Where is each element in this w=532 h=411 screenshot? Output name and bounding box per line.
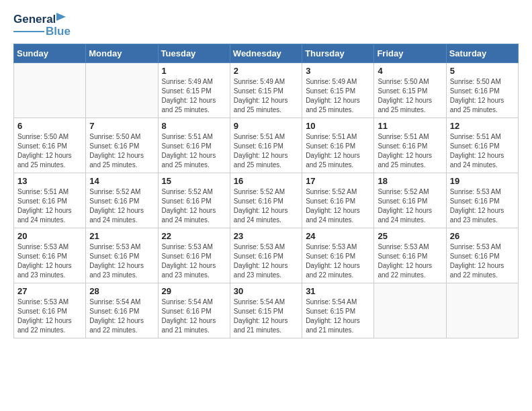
day-number: 13 bbox=[17, 176, 82, 186]
calendar-week-row-2: 6Sunrise: 5:50 AMSunset: 6:16 PMDaylight… bbox=[14, 118, 519, 173]
header-wednesday: Wednesday bbox=[230, 44, 302, 63]
day-number: 7 bbox=[89, 121, 154, 131]
calendar-cell bbox=[446, 283, 518, 338]
calendar-header-row: Sunday Monday Tuesday Wednesday Thursday… bbox=[14, 44, 519, 63]
logo: General Blue bbox=[13, 12, 71, 37]
logo-blue-text: Blue bbox=[46, 26, 71, 37]
cell-info: Sunrise: 5:52 AMSunset: 6:16 PMDaylight:… bbox=[306, 188, 360, 224]
day-number: 14 bbox=[89, 176, 154, 186]
cell-info: Sunrise: 5:52 AMSunset: 6:16 PMDaylight:… bbox=[162, 188, 216, 224]
day-number: 2 bbox=[234, 66, 298, 76]
cell-info: Sunrise: 5:53 AMSunset: 6:16 PMDaylight:… bbox=[17, 243, 72, 279]
day-number: 21 bbox=[89, 231, 154, 241]
cell-info: Sunrise: 5:51 AMSunset: 6:16 PMDaylight:… bbox=[450, 133, 504, 169]
calendar-cell: 27Sunrise: 5:53 AMSunset: 6:16 PMDayligh… bbox=[14, 283, 86, 338]
calendar-cell: 21Sunrise: 5:53 AMSunset: 6:16 PMDayligh… bbox=[86, 228, 158, 283]
calendar-cell: 30Sunrise: 5:54 AMSunset: 6:15 PMDayligh… bbox=[230, 283, 302, 338]
calendar-cell: 20Sunrise: 5:53 AMSunset: 6:16 PMDayligh… bbox=[14, 228, 86, 283]
calendar-cell: 29Sunrise: 5:54 AMSunset: 6:16 PMDayligh… bbox=[158, 283, 230, 338]
cell-info: Sunrise: 5:54 AMSunset: 6:16 PMDaylight:… bbox=[89, 298, 144, 334]
cell-info: Sunrise: 5:50 AMSunset: 6:16 PMDaylight:… bbox=[17, 133, 72, 169]
calendar-cell: 24Sunrise: 5:53 AMSunset: 6:16 PMDayligh… bbox=[302, 228, 374, 283]
day-number: 26 bbox=[450, 231, 515, 241]
header-thursday: Thursday bbox=[302, 44, 374, 63]
cell-info: Sunrise: 5:53 AMSunset: 6:16 PMDaylight:… bbox=[378, 243, 432, 279]
day-number: 19 bbox=[450, 176, 515, 186]
calendar-week-row-1: 1Sunrise: 5:49 AMSunset: 6:15 PMDaylight… bbox=[14, 63, 519, 118]
svg-marker-0 bbox=[56, 13, 66, 21]
cell-info: Sunrise: 5:50 AMSunset: 6:16 PMDaylight:… bbox=[450, 78, 504, 113]
day-number: 23 bbox=[234, 231, 298, 241]
day-number: 8 bbox=[162, 121, 226, 131]
cell-info: Sunrise: 5:53 AMSunset: 6:16 PMDaylight:… bbox=[89, 243, 144, 279]
calendar-cell: 10Sunrise: 5:51 AMSunset: 6:16 PMDayligh… bbox=[302, 118, 374, 173]
calendar-cell: 8Sunrise: 5:51 AMSunset: 6:16 PMDaylight… bbox=[158, 118, 230, 173]
day-number: 28 bbox=[89, 286, 154, 296]
day-number: 20 bbox=[17, 231, 82, 241]
calendar-cell: 5Sunrise: 5:50 AMSunset: 6:16 PMDaylight… bbox=[446, 63, 518, 118]
calendar-cell: 9Sunrise: 5:51 AMSunset: 6:16 PMDaylight… bbox=[230, 118, 302, 173]
calendar-cell: 11Sunrise: 5:51 AMSunset: 6:16 PMDayligh… bbox=[374, 118, 446, 173]
cell-info: Sunrise: 5:53 AMSunset: 6:16 PMDaylight:… bbox=[234, 243, 288, 279]
day-number: 22 bbox=[162, 231, 226, 241]
day-number: 15 bbox=[162, 176, 226, 186]
calendar-week-row-3: 13Sunrise: 5:51 AMSunset: 6:16 PMDayligh… bbox=[14, 173, 519, 228]
cell-info: Sunrise: 5:49 AMSunset: 6:15 PMDaylight:… bbox=[234, 78, 288, 113]
calendar-cell: 18Sunrise: 5:52 AMSunset: 6:16 PMDayligh… bbox=[374, 173, 446, 228]
calendar-cell: 14Sunrise: 5:52 AMSunset: 6:16 PMDayligh… bbox=[86, 173, 158, 228]
cell-info: Sunrise: 5:54 AMSunset: 6:15 PMDaylight:… bbox=[234, 298, 288, 334]
calendar-cell: 23Sunrise: 5:53 AMSunset: 6:16 PMDayligh… bbox=[230, 228, 302, 283]
cell-info: Sunrise: 5:53 AMSunset: 6:16 PMDaylight:… bbox=[162, 243, 216, 279]
day-number: 12 bbox=[450, 121, 515, 131]
day-number: 6 bbox=[17, 121, 82, 131]
calendar-cell: 22Sunrise: 5:53 AMSunset: 6:16 PMDayligh… bbox=[158, 228, 230, 283]
calendar-cell: 26Sunrise: 5:53 AMSunset: 6:16 PMDayligh… bbox=[446, 228, 518, 283]
calendar-cell: 25Sunrise: 5:53 AMSunset: 6:16 PMDayligh… bbox=[374, 228, 446, 283]
cell-info: Sunrise: 5:50 AMSunset: 6:16 PMDaylight:… bbox=[89, 133, 144, 169]
header-saturday: Saturday bbox=[446, 44, 518, 63]
header-monday: Monday bbox=[86, 44, 158, 63]
day-number: 29 bbox=[162, 286, 226, 296]
cell-info: Sunrise: 5:51 AMSunset: 6:16 PMDaylight:… bbox=[17, 188, 72, 224]
cell-info: Sunrise: 5:49 AMSunset: 6:15 PMDaylight:… bbox=[306, 78, 360, 113]
cell-info: Sunrise: 5:53 AMSunset: 6:16 PMDaylight:… bbox=[17, 298, 72, 334]
calendar-cell bbox=[374, 283, 446, 338]
day-number: 11 bbox=[378, 121, 442, 131]
day-number: 27 bbox=[17, 286, 82, 296]
cell-info: Sunrise: 5:53 AMSunset: 6:16 PMDaylight:… bbox=[450, 188, 504, 224]
cell-info: Sunrise: 5:54 AMSunset: 6:15 PMDaylight:… bbox=[306, 298, 360, 334]
day-number: 17 bbox=[306, 176, 370, 186]
calendar-week-row-4: 20Sunrise: 5:53 AMSunset: 6:16 PMDayligh… bbox=[14, 228, 519, 283]
day-number: 1 bbox=[162, 66, 226, 76]
calendar-cell: 4Sunrise: 5:50 AMSunset: 6:15 PMDaylight… bbox=[374, 63, 446, 118]
day-number: 16 bbox=[234, 176, 298, 186]
cell-info: Sunrise: 5:54 AMSunset: 6:16 PMDaylight:… bbox=[162, 298, 216, 334]
calendar-cell: 31Sunrise: 5:54 AMSunset: 6:15 PMDayligh… bbox=[302, 283, 374, 338]
header-friday: Friday bbox=[374, 44, 446, 63]
cell-info: Sunrise: 5:52 AMSunset: 6:16 PMDaylight:… bbox=[234, 188, 288, 224]
logo-flag-icon bbox=[56, 12, 67, 26]
calendar-cell: 17Sunrise: 5:52 AMSunset: 6:16 PMDayligh… bbox=[302, 173, 374, 228]
calendar-cell: 6Sunrise: 5:50 AMSunset: 6:16 PMDaylight… bbox=[14, 118, 86, 173]
header-tuesday: Tuesday bbox=[158, 44, 230, 63]
cell-info: Sunrise: 5:51 AMSunset: 6:16 PMDaylight:… bbox=[234, 133, 288, 169]
logo-general-text: General bbox=[13, 13, 56, 25]
calendar-cell: 16Sunrise: 5:52 AMSunset: 6:16 PMDayligh… bbox=[230, 173, 302, 228]
calendar-cell: 19Sunrise: 5:53 AMSunset: 6:16 PMDayligh… bbox=[446, 173, 518, 228]
cell-info: Sunrise: 5:49 AMSunset: 6:15 PMDaylight:… bbox=[162, 78, 216, 113]
calendar-cell bbox=[14, 63, 86, 118]
calendar-cell: 12Sunrise: 5:51 AMSunset: 6:16 PMDayligh… bbox=[446, 118, 518, 173]
day-number: 24 bbox=[306, 231, 370, 241]
page: General Blue Sunday Monday Tuesday Wedne… bbox=[0, 0, 532, 411]
cell-info: Sunrise: 5:52 AMSunset: 6:16 PMDaylight:… bbox=[378, 188, 432, 224]
calendar-cell: 28Sunrise: 5:54 AMSunset: 6:16 PMDayligh… bbox=[86, 283, 158, 338]
cell-info: Sunrise: 5:53 AMSunset: 6:16 PMDaylight:… bbox=[306, 243, 360, 279]
day-number: 18 bbox=[378, 176, 442, 186]
header: General Blue bbox=[13, 12, 519, 37]
calendar-cell bbox=[86, 63, 158, 118]
day-number: 25 bbox=[378, 231, 442, 241]
day-number: 5 bbox=[450, 66, 515, 76]
calendar-cell: 7Sunrise: 5:50 AMSunset: 6:16 PMDaylight… bbox=[86, 118, 158, 173]
day-number: 3 bbox=[306, 66, 370, 76]
cell-info: Sunrise: 5:52 AMSunset: 6:16 PMDaylight:… bbox=[89, 188, 144, 224]
